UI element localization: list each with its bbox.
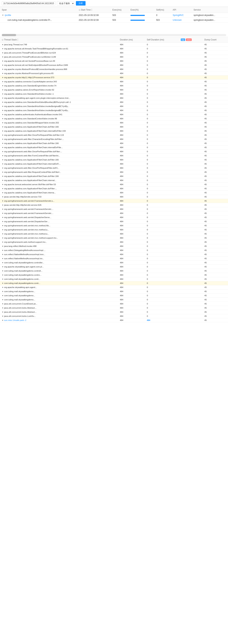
span-start-time: 2021-05-18 09:32:08 [77,13,110,18]
thread-duration: 484 [118,170,145,174]
thread-self-duration: 0 [145,150,179,154]
thread-row: ▼org.springframework.web.servlet.Dispatc… [0,216,228,220]
thread-dump-count: 45 [202,306,228,310]
thread-row: ▼org.springframework.web.filter.OncePerR… [0,166,228,170]
thread-row: ▼org.apache.catalina.core.ApplicationFil… [0,191,228,195]
thread-top-slow [179,236,202,240]
horizontal-scrollbar[interactable] [2,34,226,36]
thread-name-cell: ▼org.springframework.web.filter.RequestC… [0,170,118,174]
thread-name: org.apache.tomcat.util.net.SocketProcess… [4,60,55,62]
thread-name-cell: ▼org.springframework.web.servlet.Dispatc… [0,216,118,220]
thread-name-cell: ▼com.tuling.mall.skywalkingdemo... [0,294,118,298]
span-col-header: Span [0,7,77,13]
thread-duration: 484 [118,277,145,281]
thread-row: ▼org.apache.catalina.core.ApplicationFil… [0,125,228,129]
thread-top-slow [179,203,202,207]
thread-top-slow [179,314,202,318]
self-duration-value: 0 [147,233,148,235]
thread-row: ▼org.springframework.web.filter.OncePerR… [0,133,228,137]
self-duration-value: 0 [147,130,148,132]
thread-name-cell: ▼org.springframework.web.servlet.Framewo… [0,207,118,211]
chevron-down-icon: ▼ [2,101,4,103]
thread-self-duration: 0 [145,244,179,248]
thread-name-cell: ▼org.apache.catalina.core.StandardHostVa… [0,92,118,96]
thread-top-slow [179,154,202,158]
thread-self-duration: 0 [145,314,179,318]
start-time-sort[interactable]: ◇ Start Time ▲▼ [79,8,92,11]
thread-name-cell: ▼org.apache.catalina.core.ApplicationFil… [0,186,118,191]
thread-duration: 484 [118,178,145,182]
thread-dump-count: 45 [202,141,228,146]
thread-dump-count: 45 [202,236,228,240]
self-duration-value: 0 [147,245,148,247]
thread-self-duration: 0 [145,285,179,290]
self-duration-value: 0 [147,171,148,173]
thread-duration: 484 [118,55,145,59]
thread-self-duration: 0 [145,207,179,211]
thread-name: org.springframework.web.method.support.I… [4,241,47,243]
thread-name: org.springframework.web.servlet.Framewor… [4,212,53,214]
thread-top-slow [179,290,202,294]
self-duration-value: 0 [147,109,148,112]
thread-dump-count: 45 [202,133,228,137]
thread-row: ▼com.tuling.mall.skywalkingdemo.contr...… [0,281,228,285]
thread-name: org.springframework.web.filter.OncePerRe… [4,134,64,136]
thread-row: ▼org.springframework.web.servlet.mvc.met… [0,236,228,240]
self-duration-value: 0 [147,118,148,120]
thread-name: org.apache.catalina.core.StandardHostVal… [4,101,71,103]
thread-row: ▼com.tuling.mall.skywalkingdemo... 484 0… [0,290,228,294]
chevron-down-icon: ▼ [2,286,4,288]
thread-duration: 484 [118,47,145,51]
chevron-down-icon: ▼ [2,44,4,46]
thread-duration: 484 [118,108,145,112]
thread-dump-count: 45 [202,216,228,220]
thread-self-duration: 0 [145,203,179,207]
exec-pct-bar-container [130,15,145,16]
self-duration-value: 0 [147,278,148,280]
chevron-down-icon: ▼ [2,114,4,116]
self-duration-value: 0 [147,311,148,313]
expand-arrow-icon[interactable]: ▼ [2,14,4,16]
chevron-down-icon: ▼ [2,97,4,99]
analyze-button[interactable]: 分析 [76,1,86,6]
thread-name: java.lang.reflect.Method.invoke:498 [4,245,36,247]
thread-row: ▼sun.reflect.DelegatingMethodAccessorImp… [0,248,228,252]
span-name[interactable]: /profile [5,14,11,16]
thread-duration: 484 [118,203,145,207]
thread-duration: 484 [118,154,145,158]
thread-row: ▼org.apache.catalina.core.ApplicationFil… [0,178,228,182]
thread-self-duration: 0 [145,67,179,72]
self-duration-value: 0 [147,237,148,239]
trace-id-input[interactable] [2,2,56,5]
thread-name: java.util.concurrent.locks.Abstract... [4,311,36,313]
thread-row: ▼org.springframework.web.filter.Characte… [0,137,228,141]
thread-duration: 484 [118,310,145,314]
thread-row: ▼java.util.concurrent.locks.LockSu... 48… [0,314,228,318]
thread-name: com.tuling.mall.skywalkingdemo... [4,298,35,301]
thread-dump-count: 45 [202,182,228,186]
service-select[interactable]: 粒金子服务 [57,1,74,6]
thread-name: org.apache.catalina.authenticator.Authen… [4,114,62,116]
thread-top-slow [179,186,202,191]
chevron-down-icon: ▼ [2,307,4,309]
self-duration-value: 0 [147,286,148,288]
thread-stack-sort[interactable]: ◇ Thread Stack ▲▼ [2,38,18,41]
thread-duration: 484 [118,265,145,269]
self-duration-value: 0 [147,105,148,107]
thread-duration: 484 [118,298,145,302]
thread-dump-count: 45 [202,240,228,244]
thread-duration: 484 [118,236,145,240]
thread-self-duration: 0 [145,290,179,294]
thread-name: com.tuling.mall.skywalkingdemo.contr... [4,282,40,284]
thread-self-duration: 0 [145,96,179,100]
scroll-thumb[interactable] [2,34,16,36]
thread-top-slow [179,112,202,117]
thread-top-slow [179,232,202,236]
thread-self-duration: 0 [145,117,179,121]
span-row: ▼/profile 2021-05-18 09:32:08 503 0 Spri… [0,13,228,18]
thread-dump-count: 45 [202,199,228,203]
thread-name-cell: ▼java.lang.reflect.Method.invoke:498 [0,244,118,248]
thread-name: java.util.concurrent.CountDownLat... [4,303,37,305]
thread-name: org.apache.tomcat.util.threads.TaskThrea… [4,48,68,50]
thread-dump-count: 45 [202,224,228,228]
